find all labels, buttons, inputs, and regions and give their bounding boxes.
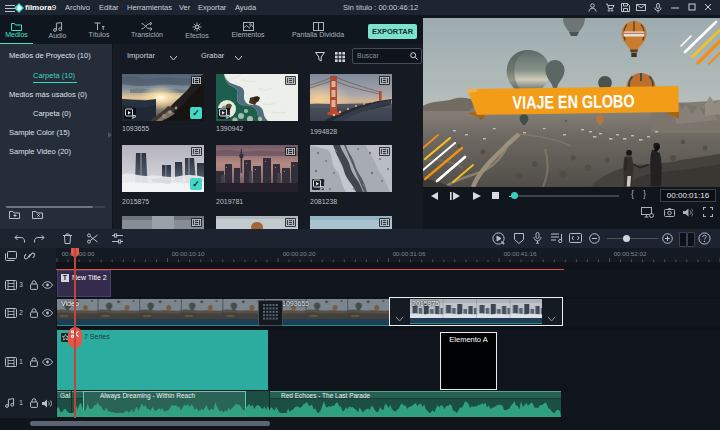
svg-text:P: P: [226, 114, 230, 119]
svg-text:VIAJE EN GLOBO: VIAJE EN GLOBO: [512, 91, 634, 113]
svg-text:P: P: [132, 114, 136, 119]
svg-text:P: P: [320, 185, 324, 190]
